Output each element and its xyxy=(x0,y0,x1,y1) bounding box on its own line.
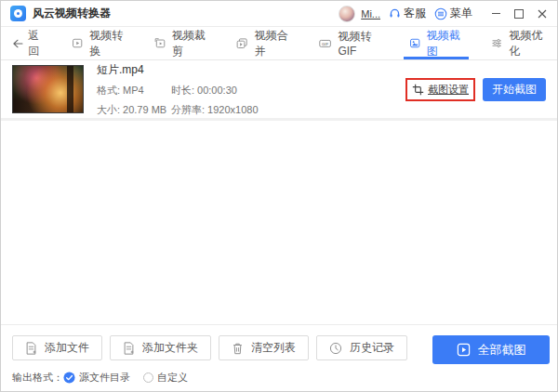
tab-video-crop[interactable]: 视频裁剪 xyxy=(154,27,209,59)
footer: 添加文件 添加文件夹 清空列表 历史记录 全部截图 输出格式： 源文件目录 xyxy=(1,324,557,391)
tab-video-screenshot[interactable]: 视频截图 xyxy=(409,27,464,59)
history-icon xyxy=(329,342,342,355)
tab-label: 视频转换 xyxy=(89,28,126,59)
clear-list-button[interactable]: 清空列表 xyxy=(219,335,309,360)
close-icon[interactable] xyxy=(537,8,548,20)
output-option-label: 源文件目录 xyxy=(79,371,130,385)
output-option-source-dir[interactable]: 源文件目录 xyxy=(63,371,130,385)
video-optimize-icon xyxy=(491,36,502,50)
output-format-label: 输出格式： xyxy=(12,371,63,385)
svg-text:GIF: GIF xyxy=(322,42,328,46)
add-file-label: 添加文件 xyxy=(45,340,89,356)
history-label: 历史记录 xyxy=(350,340,394,356)
app-title: 风云视频转换器 xyxy=(33,6,111,21)
radio-unchecked-icon xyxy=(143,372,153,383)
clear-list-label: 清空列表 xyxy=(251,340,296,356)
screenshot-settings-button[interactable]: 截图设置 xyxy=(405,78,475,101)
menu-icon xyxy=(434,7,447,20)
tab-video-merge[interactable]: 视频合并 xyxy=(236,27,291,59)
headset-icon xyxy=(389,7,401,20)
back-label: 返回 xyxy=(28,28,47,59)
output-format-row: 输出格式： 源文件目录 自定义 xyxy=(12,371,550,385)
file-duration: 时长:00:00:30 xyxy=(171,84,259,98)
avatar[interactable] xyxy=(339,6,355,22)
add-folder-button[interactable]: 添加文件夹 xyxy=(110,335,211,360)
video-merge-icon xyxy=(236,36,247,50)
video-convert-icon xyxy=(72,36,83,50)
crop-icon xyxy=(412,84,424,96)
file-list-row[interactable]: 短片.mp4 格式:MP4 时长:00:00:30 大小:20.79 MB 分辨… xyxy=(1,60,557,121)
file-meta: 格式:MP4 时长:00:00:30 大小:20.79 MB 分辨率:1920x… xyxy=(97,84,259,117)
title-bar: 风云视频转换器 Mi... 客服 菜单 xyxy=(1,1,557,27)
video-screenshot-icon xyxy=(409,36,420,50)
add-folder-label: 添加文件夹 xyxy=(142,340,198,356)
video-thumbnail xyxy=(12,65,84,113)
trash-icon xyxy=(232,342,244,355)
add-folder-icon xyxy=(123,342,135,355)
file-resolution: 分辨率:1920x1080 xyxy=(171,103,259,117)
tab-video-convert[interactable]: 视频转换 xyxy=(72,27,126,59)
file-size: 大小:20.79 MB xyxy=(97,103,171,117)
app-window: 风云视频转换器 Mi... 客服 菜单 返回 xyxy=(0,0,558,392)
tab-label: 视频截图 xyxy=(427,28,463,59)
customer-service-label: 客服 xyxy=(404,6,426,21)
menu-label: 菜单 xyxy=(450,6,472,21)
tab-video-to-gif[interactable]: GIF 视频转GIF xyxy=(319,27,380,59)
username-link[interactable]: Mi... xyxy=(361,8,380,20)
menu-button[interactable]: 菜单 xyxy=(434,6,472,21)
tab-label: 视频合并 xyxy=(255,28,291,59)
back-button[interactable]: 返回 xyxy=(12,27,47,59)
tab-video-optimize[interactable]: 视频优化 xyxy=(491,27,546,59)
output-option-label: 自定义 xyxy=(157,371,188,385)
play-icon xyxy=(457,343,471,357)
start-screenshot-button[interactable]: 开始截图 xyxy=(483,78,546,101)
app-logo-icon xyxy=(10,6,26,21)
customer-service-button[interactable]: 客服 xyxy=(389,6,426,21)
screenshot-settings-label: 截图设置 xyxy=(428,83,469,97)
radio-checked-icon xyxy=(63,372,75,384)
output-option-custom[interactable]: 自定义 xyxy=(143,371,188,385)
add-file-button[interactable]: 添加文件 xyxy=(12,335,102,360)
tab-label: 视频转GIF xyxy=(338,29,380,58)
add-file-icon xyxy=(25,342,37,355)
file-list-empty-area xyxy=(1,121,557,324)
history-button[interactable]: 历史记录 xyxy=(316,335,407,360)
back-arrow-icon xyxy=(12,38,23,49)
tab-bar: 返回 视频转换 视频裁剪 视频合并 GIF 视频转GIF 视频截图 xyxy=(1,27,557,60)
video-to-gif-icon: GIF xyxy=(319,36,331,50)
file-format: 格式:MP4 xyxy=(97,84,171,98)
tab-label: 视频优化 xyxy=(510,28,546,59)
screenshot-all-button[interactable]: 全部截图 xyxy=(432,335,550,364)
tab-label: 视频裁剪 xyxy=(172,28,208,59)
screenshot-all-label: 全部截图 xyxy=(478,342,526,359)
maximize-icon[interactable] xyxy=(513,8,525,20)
file-name: 短片.mp4 xyxy=(97,62,259,78)
video-crop-icon xyxy=(154,36,166,50)
minimize-icon[interactable] xyxy=(490,8,501,20)
